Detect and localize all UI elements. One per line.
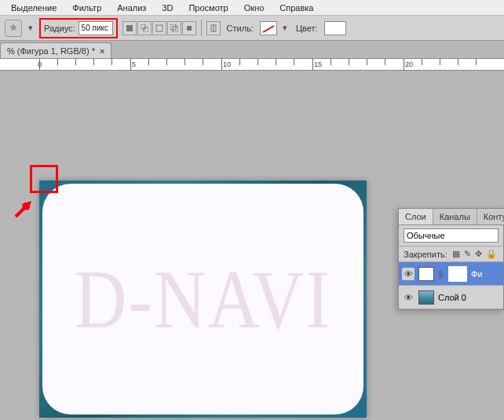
tool-preset-dropdown-icon[interactable]: ▾ (27, 20, 35, 37)
svg-rect-1 (141, 24, 145, 29)
lock-all-icon[interactable]: 🔒 (486, 249, 497, 259)
tool-preset-icon[interactable] (5, 20, 22, 37)
document-tab-bar: % (Фигура 1, RGB/8) * × (0, 41, 504, 58)
layer-thumbnail[interactable] (418, 290, 434, 305)
blend-mode-row (399, 225, 503, 247)
align-edges-icon[interactable] (206, 21, 221, 35)
shape-mode-add-icon[interactable] (137, 21, 152, 35)
radius-label: Радиус: (44, 24, 75, 33)
menu-help[interactable]: Справка (272, 1, 321, 15)
svg-rect-0 (126, 25, 133, 31)
style-swatch[interactable] (260, 21, 277, 35)
visibility-eye-icon[interactable]: 👁 (402, 268, 415, 280)
tab-paths[interactable]: Контур (477, 209, 504, 225)
style-dropdown-icon[interactable]: ▾ (282, 23, 290, 33)
color-swatch[interactable] (324, 21, 346, 35)
document-tab[interactable]: % (Фигура 1, RGB/8) * × (0, 42, 111, 58)
annotation-arrow-icon (13, 196, 36, 220)
visibility-eye-icon[interactable]: 👁 (402, 291, 415, 304)
layer-row[interactable]: 👁 Слой 0 (399, 286, 503, 309)
layer-name[interactable]: Фи (471, 269, 500, 279)
main-menu: Выделение Фильтр Анализ 3D Просмотр Окно… (0, 0, 504, 16)
style-label: Стиль: (225, 24, 255, 33)
lock-pixels-icon[interactable]: ✎ (464, 249, 471, 259)
panel-tabs: Слои Каналы Контур (399, 209, 503, 225)
watermark-text: D-NAVI (75, 251, 331, 347)
svg-rect-2 (144, 27, 148, 32)
menu-analysis[interactable]: Анализ (109, 1, 154, 15)
menu-view[interactable]: Просмотр (181, 1, 236, 15)
radius-field-group: Радиус: (39, 18, 118, 38)
shape-mode-intersect-icon[interactable] (167, 21, 181, 35)
lock-label: Закрепить: (404, 250, 447, 259)
ruler-mark: 20 (405, 60, 413, 68)
ruler-mark: 5 (132, 60, 136, 68)
shape-mode-buttons (122, 21, 196, 35)
tab-channels[interactable]: Каналы (433, 209, 477, 225)
menu-selection[interactable]: Выделение (3, 1, 64, 15)
layer-row[interactable]: 👁 § Фи (399, 262, 503, 286)
workspace: D-NAVI Слои Каналы Контур Закрепить: ▦ ✎… (0, 71, 504, 420)
ruler-mark: 10 (223, 60, 231, 68)
shape-mode-subtract-icon[interactable] (152, 21, 166, 35)
menu-window[interactable]: Окно (236, 1, 272, 15)
ruler-mark: 15 (314, 60, 322, 68)
blend-mode-select[interactable] (404, 228, 499, 243)
radius-input[interactable] (79, 21, 113, 35)
svg-rect-6 (187, 26, 192, 31)
layer-name[interactable]: Слой 0 (438, 293, 500, 302)
svg-rect-3 (156, 25, 163, 31)
close-icon[interactable]: × (100, 46, 104, 56)
canvas[interactable]: D-NAVI (39, 181, 367, 418)
tab-layers[interactable]: Слои (399, 209, 433, 225)
horizontal-ruler: 0 5 10 15 20 (0, 58, 504, 71)
layers-list: 👁 § Фи 👁 Слой 0 (399, 262, 503, 309)
mask-link-icon[interactable]: § (438, 269, 444, 279)
lock-row: Закрепить: ▦ ✎ ✥ 🔒 (399, 247, 503, 262)
lock-transparency-icon[interactable]: ▦ (452, 249, 460, 259)
separator-icon (201, 20, 202, 37)
document-tab-title: % (Фигура 1, RGB/8) * (7, 46, 95, 56)
shape-mode-new-icon[interactable] (122, 21, 137, 35)
color-label: Цвет: (294, 24, 320, 33)
options-bar: ▾ Радиус: Стиль: ▾ Цвет: (0, 16, 504, 41)
annotation-highlight-box (30, 165, 58, 193)
layers-panel: Слои Каналы Контур Закрепить: ▦ ✎ ✥ 🔒 👁 … (398, 208, 504, 310)
menu-3d[interactable]: 3D (154, 1, 181, 15)
menu-filter[interactable]: Фильтр (64, 1, 109, 15)
shape-mode-exclude-icon[interactable] (182, 21, 196, 35)
layer-thumbnail[interactable] (418, 267, 434, 281)
rounded-rect-shape: D-NAVI (42, 184, 363, 415)
vector-mask-thumbnail[interactable] (448, 266, 467, 282)
lock-position-icon[interactable]: ✥ (475, 249, 482, 259)
